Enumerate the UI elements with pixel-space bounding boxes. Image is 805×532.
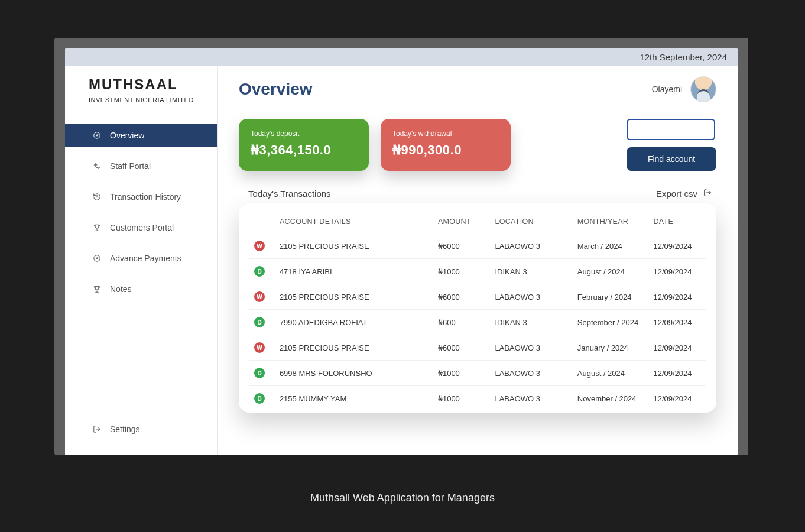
table-row[interactable]: W2105 PRECIOUS PRAISE₦6000LABAOWO 3Janua…	[249, 335, 706, 361]
column-header: DATE	[648, 209, 706, 233]
table-row[interactable]: W2105 PRECIOUS PRAISE₦6000LABAOWO 3March…	[249, 233, 706, 259]
txn-type-badge: D	[254, 317, 265, 327]
sidebar-item-advance-payments[interactable]: Advance Payments	[65, 246, 217, 270]
history-icon	[92, 192, 102, 202]
txn-type-badge: W	[254, 291, 265, 302]
avatar[interactable]	[690, 76, 716, 102]
brand-name: MUTHSAAL	[89, 76, 205, 93]
card-label: Today's withdrawal	[392, 129, 499, 138]
recycle-icon	[92, 161, 102, 171]
sidebar-item-notes[interactable]: Notes	[65, 277, 217, 301]
sidebar-item-overview[interactable]: Overview	[65, 124, 217, 147]
trophy-icon	[92, 284, 102, 294]
export-icon	[703, 189, 712, 199]
user-block[interactable]: Olayemi	[652, 76, 716, 102]
sidebar-item-label: Overview	[110, 131, 144, 140]
cell-month: January / 2024	[573, 335, 649, 361]
cell-account: 2105 PRECIOUS PRAISE	[275, 284, 433, 310]
cell-account: 2105 PRECIOUS PRAISE	[275, 233, 433, 259]
account-search-input[interactable]	[627, 119, 715, 140]
card-todays-deposit: Today's deposit ₦3,364,150.0	[239, 119, 369, 171]
cell-date: 12/09/2024	[648, 259, 706, 284]
cell-date: 12/09/2024	[648, 284, 706, 310]
card-value: ₦3,364,150.0	[251, 142, 357, 158]
cell-account: 7990 ADEDIGBA ROFIAT	[275, 310, 433, 335]
table-row[interactable]: D6998 MRS FOLORUNSHO₦1000LABAOWO 3August…	[249, 361, 706, 386]
sidebar-nav: OverviewStaff PortalTransaction HistoryC…	[65, 124, 217, 408]
sidebar-item-label: Staff Portal	[110, 161, 151, 171]
card-label: Today's deposit	[251, 129, 357, 138]
cell-account: 6998 MRS FOLORUNSHO	[275, 361, 433, 386]
cell-date: 12/09/2024	[648, 310, 706, 335]
logout-icon	[92, 424, 102, 434]
svg-point-1	[96, 135, 98, 136]
cell-month: February / 2024	[573, 284, 649, 310]
cell-date: 12/09/2024	[648, 335, 706, 361]
cell-amount: ₦600	[433, 310, 491, 335]
app-window: 12th September, 2024 MUTHSAAL INVESTMENT…	[65, 48, 738, 455]
search-block: Find account	[627, 119, 716, 171]
table-row[interactable]: D4718 IYA ARIBI₦1000IDIKAN 3August / 202…	[249, 259, 706, 284]
transactions-section: Today's Transactions Export csv ACCOUNT …	[239, 189, 716, 413]
main-content: Overview Olayemi Today's deposit ₦3,364,…	[218, 66, 738, 455]
cell-amount: ₦6000	[433, 284, 491, 310]
cell-amount: ₦6000	[433, 233, 491, 259]
column-header: AMOUNT	[433, 209, 491, 233]
cell-location: LABAOWO 3	[490, 361, 572, 386]
table-row[interactable]: W2105 PRECIOUS PRAISE₦6000LABAOWO 3Febru…	[249, 284, 706, 310]
column-header	[249, 209, 275, 233]
table-row[interactable]: D7990 ADEDIGBA ROFIAT₦600IDIKAN 3Septemb…	[249, 310, 706, 335]
find-account-button[interactable]: Find account	[627, 147, 716, 171]
transactions-title: Today's Transactions	[248, 189, 331, 199]
sidebar-item-label: Advance Payments	[110, 254, 181, 263]
txn-type-badge: D	[254, 368, 265, 378]
sidebar-item-label: Settings	[110, 424, 140, 434]
sidebar-item-transaction-history[interactable]: Transaction History	[65, 185, 217, 209]
cell-location: LABAOWO 3	[490, 284, 572, 310]
cell-month: August / 2024	[573, 361, 649, 386]
table-row[interactable]: D2155 MUMMY YAM₦1000LABAOWO 3November / …	[249, 386, 706, 411]
cell-amount: ₦1000	[433, 361, 491, 386]
card-todays-withdrawal: Today's withdrawal ₦990,300.0	[381, 119, 511, 171]
sidebar-item-settings[interactable]: Settings	[92, 417, 205, 441]
cell-date: 12/09/2024	[648, 386, 706, 411]
card-value: ₦990,300.0	[392, 142, 499, 158]
cell-date: 12/09/2024	[648, 361, 706, 386]
cell-amount: ₦1000	[433, 259, 491, 284]
cell-month: September / 2024	[573, 310, 649, 335]
svg-point-3	[96, 258, 98, 259]
cell-amount: ₦6000	[433, 335, 491, 361]
txn-type-badge: D	[254, 393, 265, 404]
export-csv-link[interactable]: Export csv	[656, 189, 712, 199]
brand-block: MUTHSAAL INVESTMENT NIGERIA LIMITED	[65, 66, 217, 112]
cell-location: LABAOWO 3	[490, 233, 572, 259]
dashboard-icon	[92, 131, 102, 140]
column-header: MONTH/YEAR	[573, 209, 649, 233]
dashboard-icon	[92, 254, 102, 263]
column-header: LOCATION	[490, 209, 572, 233]
user-name: Olayemi	[652, 85, 682, 94]
cell-month: August / 2024	[573, 259, 649, 284]
cell-amount: ₦1000	[433, 386, 491, 411]
browser-frame: 12th September, 2024 MUTHSAAL INVESTMENT…	[54, 38, 748, 455]
transactions-table: ACCOUNT DETAILSAMOUNTLOCATIONMONTH/YEARD…	[249, 209, 706, 411]
cell-month: November / 2024	[573, 386, 649, 411]
sidebar-item-customers-portal[interactable]: Customers Portal	[65, 216, 217, 239]
cell-location: IDIKAN 3	[490, 310, 572, 335]
sidebar-item-label: Transaction History	[110, 192, 181, 202]
cell-location: IDIKAN 3	[490, 259, 572, 284]
cell-date: 12/09/2024	[648, 233, 706, 259]
trophy-icon	[92, 223, 102, 232]
cell-account: 2155 MUMMY YAM	[275, 386, 433, 411]
cell-account: 4718 IYA ARIBI	[275, 259, 433, 284]
sidebar-item-label: Notes	[110, 284, 132, 294]
txn-type-badge: W	[254, 342, 265, 353]
sidebar-footer: Settings	[65, 408, 217, 455]
export-label: Export csv	[656, 189, 697, 199]
sidebar-item-label: Customers Portal	[110, 223, 174, 232]
sidebar-item-staff-portal[interactable]: Staff Portal	[65, 154, 217, 178]
page-title: Overview	[239, 80, 313, 99]
cell-location: LABAOWO 3	[490, 386, 572, 411]
figure-caption: Muthsall Web Application for Managers	[0, 492, 805, 504]
column-header: ACCOUNT DETAILS	[275, 209, 433, 233]
